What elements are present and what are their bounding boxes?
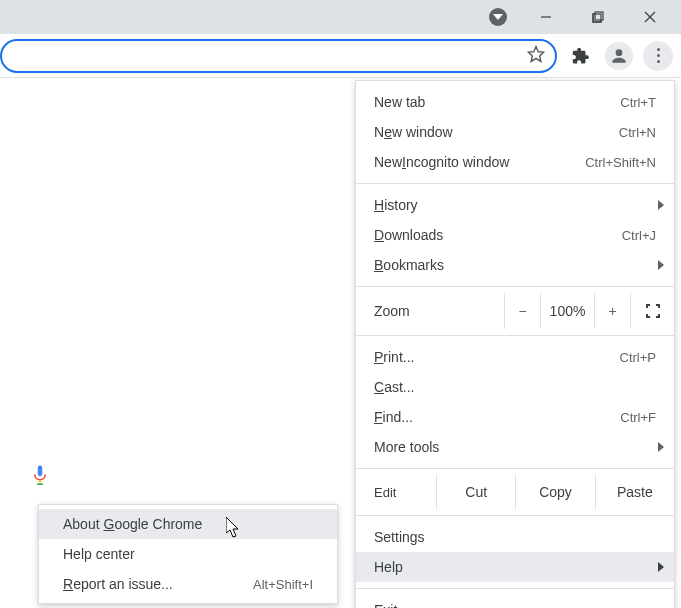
menu-label: New window	[374, 124, 453, 140]
menu-item-new-tab[interactable]: New tab Ctrl+T	[356, 87, 674, 117]
menu-separator	[356, 468, 674, 469]
menu-separator	[356, 286, 674, 287]
window-minimize-button[interactable]	[523, 1, 569, 33]
menu-label: Cast...	[374, 379, 414, 395]
menu-label: Help	[374, 559, 403, 575]
menu-separator	[356, 588, 674, 589]
submenu-label: About Google Chrome	[63, 516, 202, 532]
menu-item-exit[interactable]: Exit	[356, 595, 674, 608]
browser-toolbar	[0, 34, 681, 78]
submenu-label: Help center	[63, 546, 135, 562]
address-bar[interactable]	[0, 39, 557, 73]
extensions-button[interactable]	[567, 42, 595, 70]
svg-marker-16	[226, 517, 238, 537]
submenu-shortcut: Alt+Shift+I	[253, 577, 313, 592]
menu-label: Bookmarks	[374, 257, 444, 273]
voice-search-icon[interactable]	[22, 458, 58, 494]
menu-shortcut: Ctrl+Shift+N	[585, 155, 656, 170]
menu-shortcut: Ctrl+P	[620, 350, 656, 365]
svg-marker-7	[529, 46, 544, 61]
menu-zoom-row: Zoom − 100% +	[356, 293, 674, 329]
menu-separator	[356, 335, 674, 336]
menu-label: Print...	[374, 349, 414, 365]
window-close-button[interactable]	[627, 1, 673, 33]
window-restore-button[interactable]	[575, 1, 621, 33]
menu-shortcut: Ctrl+N	[619, 125, 656, 140]
edit-cut-button[interactable]: Cut	[436, 475, 515, 509]
menu-separator	[356, 515, 674, 516]
window-titlebar	[0, 0, 681, 34]
menu-label: History	[374, 197, 418, 213]
edit-copy-button[interactable]: Copy	[515, 475, 594, 509]
zoom-label: Zoom	[374, 303, 504, 319]
extension-badge-icon	[489, 8, 507, 26]
svg-rect-13	[38, 466, 43, 477]
menu-item-history[interactable]: History	[356, 190, 674, 220]
mouse-cursor-icon	[226, 517, 244, 543]
fullscreen-button[interactable]	[630, 293, 674, 329]
menu-separator	[356, 183, 674, 184]
menu-label: Exit	[374, 602, 397, 608]
submenu-label: Report an issue...	[63, 576, 173, 592]
svg-marker-11	[658, 442, 664, 452]
zoom-value: 100%	[540, 293, 594, 329]
menu-shortcut: Ctrl+F	[620, 410, 656, 425]
menu-label: Downloads	[374, 227, 443, 243]
zoom-out-button[interactable]: −	[504, 293, 540, 329]
menu-item-print[interactable]: Print... Ctrl+P	[356, 342, 674, 372]
menu-item-find[interactable]: Find... Ctrl+F	[356, 402, 674, 432]
menu-item-new-incognito[interactable]: New Incognito window Ctrl+Shift+N	[356, 147, 674, 177]
submenu-item-about-chrome[interactable]: About Google Chrome	[39, 509, 337, 539]
chrome-menu-button[interactable]	[643, 41, 673, 71]
menu-label: Settings	[374, 529, 425, 545]
menu-item-settings[interactable]: Settings	[356, 522, 674, 552]
submenu-item-help-center[interactable]: Help center	[39, 539, 337, 569]
zoom-in-button[interactable]: +	[594, 293, 630, 329]
menu-item-downloads[interactable]: Downloads Ctrl+J	[356, 220, 674, 250]
submenu-item-report-issue[interactable]: Report an issue... Alt+Shift+I	[39, 569, 337, 599]
profile-avatar-button[interactable]	[605, 42, 633, 70]
menu-item-new-window[interactable]: New window Ctrl+N	[356, 117, 674, 147]
edit-paste-button[interactable]: Paste	[595, 475, 674, 509]
menu-item-help[interactable]: Help	[356, 552, 674, 582]
svg-point-8	[616, 49, 623, 56]
menu-item-bookmarks[interactable]: Bookmarks	[356, 250, 674, 280]
submenu-chevron-icon	[658, 197, 666, 213]
menu-item-cast[interactable]: Cast...	[356, 372, 674, 402]
svg-rect-3	[595, 12, 603, 20]
svg-marker-0	[493, 14, 503, 20]
menu-item-more-tools[interactable]: More tools	[356, 432, 674, 462]
chrome-main-menu: New tab Ctrl+T New window Ctrl+N New Inc…	[355, 80, 675, 608]
menu-label: New Incognito window	[374, 154, 509, 170]
bookmark-star-icon[interactable]	[527, 45, 545, 67]
menu-edit-row: Edit Cut Copy Paste	[356, 475, 674, 509]
submenu-chevron-icon	[658, 257, 666, 273]
menu-label: Find...	[374, 409, 413, 425]
submenu-chevron-icon	[658, 439, 666, 455]
svg-marker-10	[658, 260, 664, 270]
edit-label: Edit	[356, 485, 436, 500]
submenu-chevron-icon	[658, 559, 666, 575]
help-submenu: About Google Chrome Help center Report a…	[38, 504, 338, 604]
menu-label: New tab	[374, 94, 425, 110]
menu-shortcut: Ctrl+J	[622, 228, 656, 243]
svg-marker-12	[658, 562, 664, 572]
svg-marker-9	[658, 200, 664, 210]
menu-shortcut: Ctrl+T	[620, 95, 656, 110]
menu-label: More tools	[374, 439, 439, 455]
